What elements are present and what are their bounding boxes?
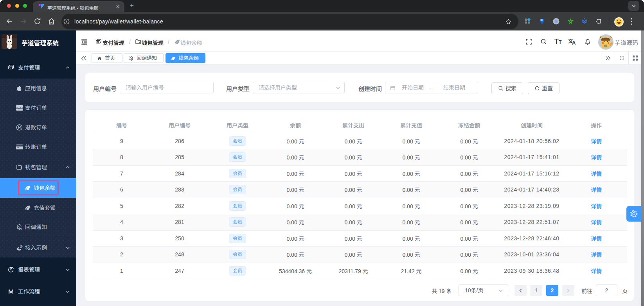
svg-text:PayPal: PayPal bbox=[16, 107, 23, 109]
